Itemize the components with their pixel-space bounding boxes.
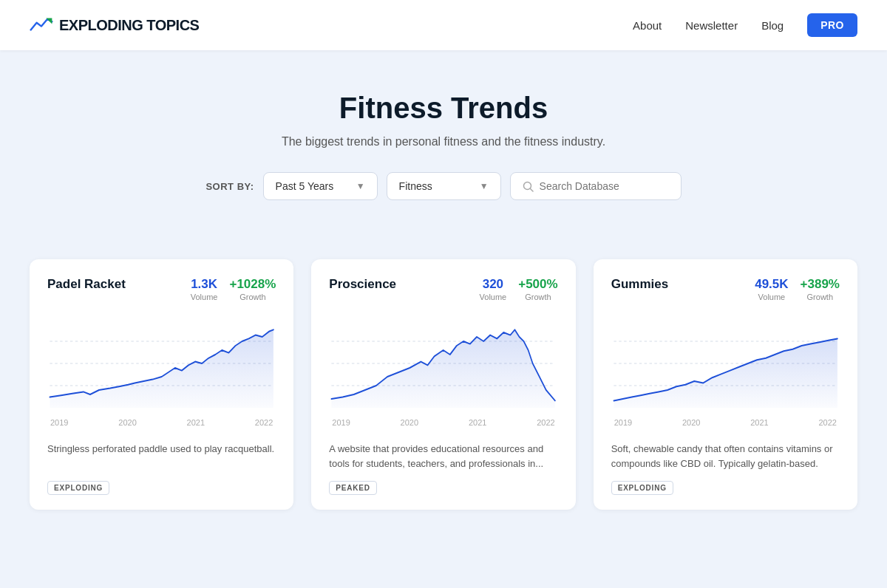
growth-value: +1028% <box>229 277 276 292</box>
volume-stat: 49.5K Volume <box>755 277 788 301</box>
card-gummies[interactable]: Gummies 49.5K Volume +389% Growth <box>594 259 857 510</box>
status-badge: EXPLODING <box>611 481 673 495</box>
card-header: Padel Racket 1.3K Volume +1028% Growth <box>47 277 276 301</box>
card-stats: 1.3K Volume +1028% Growth <box>191 277 276 301</box>
chart-years: 2019202020212022 <box>329 418 557 427</box>
chart-year: 2022 <box>255 418 273 427</box>
card-padel-racket[interactable]: Padel Racket 1.3K Volume +1028% Growth <box>30 259 293 510</box>
search-icon <box>523 181 534 192</box>
chart-year: 2020 <box>118 418 136 427</box>
page-title: Fitness Trends <box>15 92 872 125</box>
time-filter-chevron: ▼ <box>356 181 365 191</box>
growth-label: Growth <box>801 293 840 301</box>
logo-icon <box>30 16 53 34</box>
chart-area <box>329 312 557 415</box>
volume-stat: 1.3K Volume <box>191 277 218 301</box>
filters-row: SORT BY: Past 5 Years ▼ Fitness ▼ <box>15 172 872 200</box>
cards-grid: Padel Racket 1.3K Volume +1028% Growth <box>15 259 872 539</box>
chart-year: 2020 <box>682 418 700 427</box>
card-description: Soft, chewable candy that often contains… <box>611 442 840 471</box>
growth-stat: +1028% Growth <box>229 277 276 301</box>
volume-label: Volume <box>191 293 218 301</box>
nav-link-about[interactable]: About <box>633 19 662 32</box>
card-title: Proscience <box>329 277 396 292</box>
volume-stat: 320 Volume <box>480 277 507 301</box>
logo[interactable]: EXPLODING TOPICS <box>30 16 199 34</box>
card-stats: 320 Volume +500% Growth <box>480 277 558 301</box>
card-proscience[interactable]: Proscience 320 Volume +500% Growth <box>311 259 575 510</box>
sort-by-label: SORT BY: <box>205 181 254 192</box>
nav-link-blog[interactable]: Blog <box>761 19 784 32</box>
navbar: EXPLODING TOPICS About Newsletter Blog P… <box>0 0 887 50</box>
chart-year: 2019 <box>50 418 68 427</box>
status-badge: EXPLODING <box>47 481 109 495</box>
growth-label: Growth <box>229 293 276 301</box>
card-description: Stringless perforated paddle used to pla… <box>47 442 276 471</box>
chart-year: 2021 <box>750 418 768 427</box>
hero-section: Fitness Trends The biggest trends in per… <box>0 50 887 259</box>
page-subtitle: The biggest trends in personal fitness a… <box>266 135 621 148</box>
time-filter-dropdown[interactable]: Past 5 Years ▼ <box>263 172 378 200</box>
growth-label: Growth <box>518 293 557 301</box>
search-box[interactable] <box>510 172 682 200</box>
logo-text: EXPLODING TOPICS <box>59 17 199 34</box>
category-filter-chevron: ▼ <box>480 181 489 191</box>
svg-line-2 <box>530 188 533 191</box>
category-filter-value: Fitness <box>399 180 432 192</box>
chart-svg <box>329 312 557 415</box>
chart-year: 2019 <box>332 418 350 427</box>
time-filter-value: Past 5 Years <box>276 180 334 192</box>
volume-value: 320 <box>480 277 507 292</box>
chart-area <box>47 312 276 415</box>
chart-year: 2022 <box>537 418 554 427</box>
card-stats: 49.5K Volume +389% Growth <box>755 277 840 301</box>
pro-button[interactable]: PRO <box>807 13 857 37</box>
volume-value: 49.5K <box>755 277 788 292</box>
chart-svg <box>47 312 276 415</box>
nav-links: About Newsletter Blog PRO <box>633 13 857 37</box>
volume-value: 1.3K <box>191 277 218 292</box>
card-title: Gummies <box>611 277 668 292</box>
volume-label: Volume <box>755 293 788 301</box>
card-title: Padel Racket <box>47 277 126 292</box>
chart-years: 2019202020212022 <box>611 418 840 427</box>
volume-label: Volume <box>480 293 507 301</box>
growth-stat: +389% Growth <box>801 277 840 301</box>
status-badge: PEAKED <box>329 481 376 495</box>
chart-year: 2020 <box>401 418 418 427</box>
search-input[interactable] <box>540 180 669 192</box>
category-filter-dropdown[interactable]: Fitness ▼ <box>387 172 501 200</box>
chart-year: 2021 <box>187 418 205 427</box>
growth-value: +500% <box>518 277 557 292</box>
chart-year: 2019 <box>614 418 632 427</box>
card-header: Proscience 320 Volume +500% Growth <box>329 277 557 301</box>
nav-link-newsletter[interactable]: Newsletter <box>685 19 738 32</box>
growth-stat: +500% Growth <box>518 277 557 301</box>
card-header: Gummies 49.5K Volume +389% Growth <box>611 277 840 301</box>
chart-area <box>611 312 840 415</box>
chart-year: 2022 <box>819 418 837 427</box>
chart-years: 2019202020212022 <box>47 418 276 427</box>
chart-svg <box>611 312 840 415</box>
chart-year: 2021 <box>469 418 486 427</box>
growth-value: +389% <box>801 277 840 292</box>
card-description: A website that provides educational reso… <box>329 442 557 471</box>
